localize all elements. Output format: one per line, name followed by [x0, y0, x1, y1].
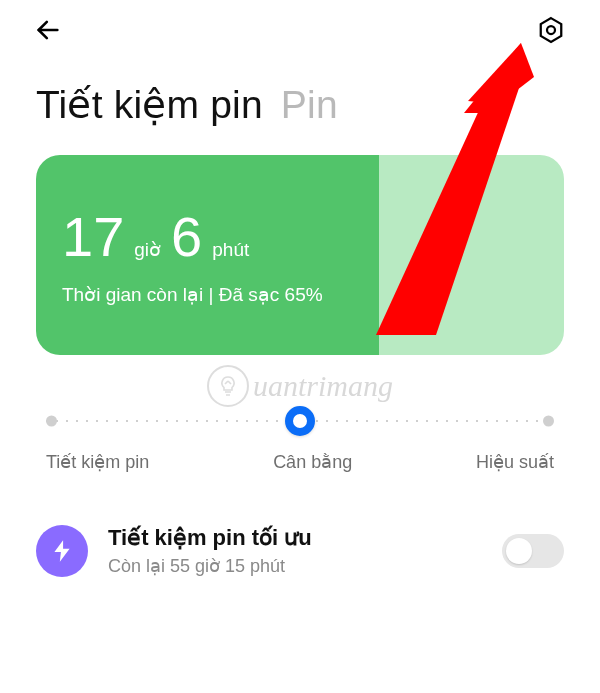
ultra-saver-text: Tiết kiệm pin tối ưu Còn lại 55 giờ 15 p…: [108, 525, 482, 577]
top-bar: [0, 0, 600, 64]
watermark: uantrimang: [207, 365, 393, 407]
back-icon: [34, 16, 62, 44]
svg-line-3: [225, 381, 228, 384]
slider-label-saver: Tiết kiệm pin: [46, 451, 149, 473]
lightbulb-icon: [207, 365, 249, 407]
slider-tick-right[interactable]: [543, 416, 554, 427]
battery-card-main: 17 giờ 6 phút Thời gian còn lại | Đã sạc…: [36, 155, 379, 355]
hours-value: 17: [62, 209, 124, 265]
ultra-saver-subtitle: Còn lại 55 giờ 15 phút: [108, 555, 482, 577]
watermark-text: uantrimang: [253, 369, 393, 403]
settings-button[interactable]: [530, 9, 572, 55]
ultra-saver-row[interactable]: Tiết kiệm pin tối ưu Còn lại 55 giờ 15 p…: [0, 483, 600, 577]
svg-marker-1: [541, 18, 562, 42]
battery-status-text: Thời gian còn lại | Đã sạc 65%: [62, 283, 353, 306]
svg-point-2: [547, 26, 555, 34]
slider-track[interactable]: [46, 411, 554, 431]
svg-line-4: [228, 381, 231, 384]
battery-card[interactable]: 17 giờ 6 phút Thời gian còn lại | Đã sạc…: [36, 155, 564, 355]
mode-slider[interactable]: Tiết kiệm pin Cân bằng Hiệu suất: [46, 411, 554, 473]
gear-icon: [536, 15, 566, 45]
slider-labels: Tiết kiệm pin Cân bằng Hiệu suất: [46, 451, 554, 473]
slider-thumb[interactable]: [285, 406, 315, 436]
time-remaining: 17 giờ 6 phút: [62, 209, 353, 265]
tab-battery[interactable]: Pin: [281, 83, 338, 127]
bolt-icon-wrap: [36, 525, 88, 577]
toggle-knob: [506, 538, 532, 564]
back-button[interactable]: [28, 10, 68, 54]
slider-label-performance: Hiệu suất: [476, 451, 554, 473]
ultra-saver-title: Tiết kiệm pin tối ưu: [108, 525, 482, 551]
bolt-icon: [49, 538, 75, 564]
minutes-unit: phút: [212, 240, 249, 265]
battery-card-empty: [379, 155, 564, 355]
minutes-value: 6: [171, 209, 202, 265]
tab-battery-saver[interactable]: Tiết kiệm pin: [36, 82, 263, 127]
hours-unit: giờ: [134, 240, 161, 265]
ultra-saver-toggle[interactable]: [502, 534, 564, 568]
slider-label-balanced: Cân bằng: [273, 451, 352, 473]
slider-tick-left[interactable]: [46, 416, 57, 427]
title-tabs: Tiết kiệm pin Pin: [0, 64, 600, 155]
